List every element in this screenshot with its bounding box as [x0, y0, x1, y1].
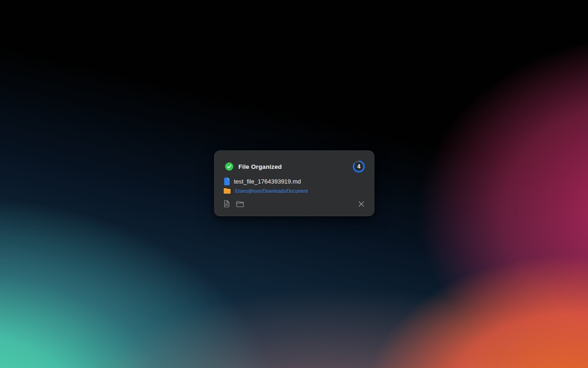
open-file-icon: [224, 200, 230, 207]
notification-title: File Organized: [238, 163, 282, 170]
folder-icon: [224, 188, 231, 194]
notification-count-value: 4: [354, 162, 363, 171]
file-organized-notification[interactable]: File Organized 4 test_file_1764393919.md…: [214, 150, 374, 216]
actions-row: [224, 200, 364, 208]
file-name: test_file_1764393919.md: [234, 178, 301, 185]
reveal-folder-icon: [236, 201, 244, 207]
file-row: test_file_1764393919.md: [224, 178, 366, 185]
open-file-button[interactable]: [224, 200, 230, 207]
close-icon: [358, 201, 364, 207]
notification-header: File Organized 4: [225, 162, 365, 171]
document-icon: [224, 178, 230, 185]
check-circle-icon: [225, 162, 233, 171]
path-row: /Users/jihoon/Downloads/Document: [224, 188, 366, 194]
notification-count-badge: 4: [353, 161, 365, 172]
destination-path-link[interactable]: /Users/jihoon/Downloads/Document: [235, 189, 308, 194]
close-button[interactable]: [358, 201, 364, 207]
reveal-in-folder-button[interactable]: [236, 201, 244, 207]
